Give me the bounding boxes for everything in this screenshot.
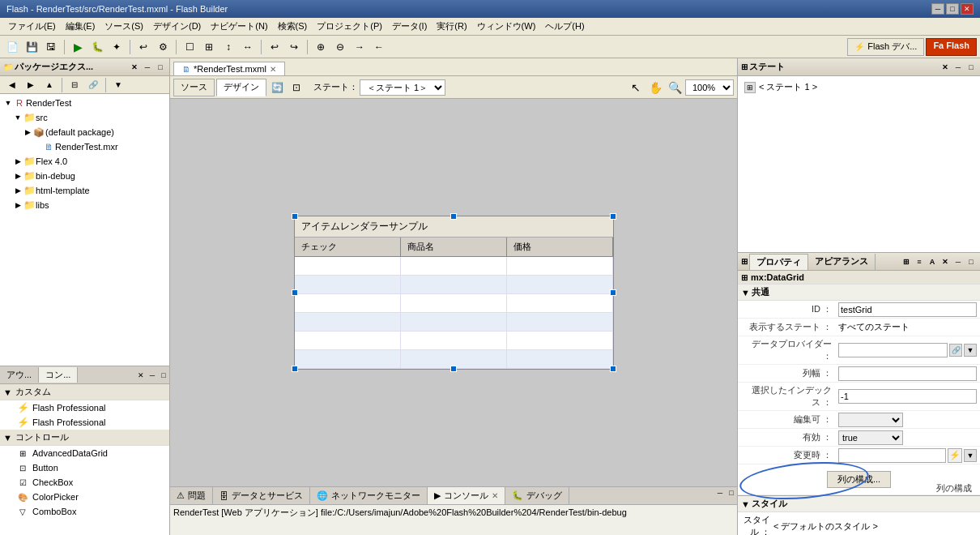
tree-item-src[interactable]: ▼ 📁 src bbox=[0, 110, 169, 125]
pkg-up[interactable]: ▲ bbox=[40, 76, 58, 94]
state-select[interactable]: ＜ステート 1＞ bbox=[360, 79, 445, 96]
toolbar-settings[interactable]: ⚙ bbox=[154, 38, 172, 56]
tree-item-libs[interactable]: ▶ 📁 libs bbox=[0, 198, 169, 212]
comp-item-button[interactable]: ⊡ Button bbox=[0, 460, 169, 475]
comp-max-btn[interactable]: □ bbox=[158, 370, 169, 381]
menu-help[interactable]: ヘルプ(H) bbox=[540, 19, 589, 34]
handle-ml[interactable] bbox=[292, 289, 298, 296]
zoom-select[interactable]: 100% bbox=[685, 79, 734, 96]
expand-default-pkg[interactable]: ▶ bbox=[23, 127, 32, 137]
toolbar-redo[interactable]: ↪ bbox=[285, 38, 303, 56]
menu-file[interactable]: ファイル(E) bbox=[3, 19, 61, 34]
menu-run[interactable]: 実行(R) bbox=[432, 19, 471, 34]
toolbar-undo[interactable]: ↩ bbox=[266, 38, 283, 56]
zoom-tool[interactable]: 🔍 bbox=[666, 79, 684, 96]
bottom-max-btn[interactable]: □ bbox=[726, 487, 737, 499]
bottom-min-btn[interactable]: ─ bbox=[714, 487, 726, 499]
col-config-btn[interactable]: 列の構成... bbox=[827, 471, 891, 488]
toolbar-run[interactable]: ▶ bbox=[69, 38, 87, 56]
tab-appearance[interactable]: アピアランス bbox=[808, 254, 876, 270]
tree-item-flex[interactable]: ▶ 📁 Flex 4.0 bbox=[0, 154, 169, 169]
tab-debug[interactable]: 🐛 デバッグ bbox=[505, 487, 569, 504]
comp-cat-controls-header[interactable]: ▼ コントロール bbox=[0, 430, 169, 446]
props-close-btn[interactable]: ✕ bbox=[940, 256, 951, 268]
prop-colwidth-input[interactable] bbox=[838, 366, 977, 381]
pkg-close-btn[interactable]: ✕ bbox=[129, 62, 140, 73]
toolbar-more[interactable]: ✦ bbox=[108, 38, 126, 56]
props-btn3[interactable]: A bbox=[927, 256, 938, 268]
tab-components[interactable]: コン... bbox=[39, 367, 78, 383]
toolbar-save[interactable]: 💾 bbox=[23, 38, 40, 56]
handle-tl[interactable] bbox=[292, 213, 298, 220]
prop-dataprovider-link[interactable]: 🔗 bbox=[949, 344, 962, 357]
pkg-max-btn[interactable]: □ bbox=[155, 62, 166, 73]
toolbar-b2[interactable]: ⊞ bbox=[200, 38, 218, 56]
comp-min-btn[interactable]: ─ bbox=[147, 370, 158, 381]
toolbar-c3[interactable]: → bbox=[351, 38, 369, 56]
comp-item-flash2[interactable]: ⚡ Flash Professional bbox=[0, 415, 169, 430]
prop-dataprovider-dropdown[interactable]: ▼ bbox=[964, 344, 977, 357]
toolbar-debug[interactable]: 🐛 bbox=[88, 38, 106, 56]
menu-edit[interactable]: 編集(E) bbox=[61, 19, 100, 34]
hand-tool[interactable]: ✋ bbox=[646, 79, 664, 96]
props-btn1[interactable]: ⊞ bbox=[901, 256, 912, 268]
props-max-btn[interactable]: □ bbox=[965, 256, 977, 268]
handle-tc[interactable] bbox=[450, 213, 457, 220]
cursor-tool[interactable]: ↖ bbox=[627, 79, 645, 96]
states-min-btn[interactable]: ─ bbox=[952, 62, 964, 73]
props-min-btn[interactable]: ─ bbox=[952, 256, 964, 268]
expand-src[interactable]: ▼ bbox=[13, 113, 23, 122]
design-view[interactable]: ⊡ bbox=[288, 79, 305, 96]
comp-item-colorpicker[interactable]: 🎨 ColorPicker bbox=[0, 490, 169, 504]
toolbar-b1[interactable]: ☐ bbox=[181, 38, 198, 56]
menu-window[interactable]: ウィンドウ(W) bbox=[472, 19, 541, 34]
handle-br[interactable] bbox=[610, 366, 616, 372]
menu-data[interactable]: データ(I) bbox=[387, 19, 432, 34]
menu-project[interactable]: プロジェクト(P) bbox=[312, 19, 387, 34]
pkg-forward[interactable]: ▶ bbox=[22, 76, 40, 94]
tab-properties[interactable]: プロパティ bbox=[749, 254, 808, 270]
tree-item-rendertest[interactable]: ▼ R RenderTest bbox=[0, 96, 169, 110]
props-btn2[interactable]: ≡ bbox=[914, 256, 925, 268]
pkg-link[interactable]: 🔗 bbox=[84, 76, 102, 94]
menu-search[interactable]: 検索(S) bbox=[273, 19, 313, 34]
toolbar-b4[interactable]: ↔ bbox=[239, 38, 257, 56]
toolbar-c4[interactable]: ← bbox=[370, 38, 388, 56]
state-item-1[interactable]: ⊞ < ステート 1 > bbox=[741, 79, 977, 95]
tree-item-default-pkg[interactable]: ▶ 📦 (default package) bbox=[0, 125, 169, 139]
states-close-btn[interactable]: ✕ bbox=[940, 62, 951, 73]
tab-problems[interactable]: ⚠ 問題 bbox=[170, 487, 213, 504]
comp-item-flash1[interactable]: ⚡ Flash Professional bbox=[0, 400, 169, 415]
toolbar-arrow[interactable]: ↩ bbox=[134, 38, 152, 56]
tab-console[interactable]: ▶ コンソール ✕ bbox=[428, 487, 505, 504]
tab-rendertest-mxml[interactable]: 🗎 *RenderTest.mxml ✕ bbox=[173, 62, 285, 75]
expand-htmltemplate[interactable]: ▶ bbox=[13, 186, 23, 195]
toolbar-b3[interactable]: ↕ bbox=[219, 38, 237, 56]
states-max-btn[interactable]: □ bbox=[965, 62, 977, 73]
pkg-collapse[interactable]: ⊟ bbox=[66, 76, 83, 94]
pkg-back[interactable]: ◀ bbox=[3, 76, 21, 94]
menu-navigate[interactable]: ナビゲート(N) bbox=[206, 19, 272, 34]
handle-bl[interactable] bbox=[292, 366, 298, 372]
comp-close-btn[interactable]: ✕ bbox=[135, 370, 147, 381]
minimize-button[interactable]: ─ bbox=[931, 3, 944, 15]
flash-debug-button[interactable]: ⚡ Flash デバ... bbox=[847, 38, 924, 56]
menu-source[interactable]: ソース(S) bbox=[100, 19, 148, 34]
comp-item-checkbox[interactable]: ☑ CheckBox bbox=[0, 475, 169, 490]
prop-selected-index-input[interactable] bbox=[838, 389, 977, 404]
tab-close-btn[interactable]: ✕ bbox=[270, 65, 276, 74]
console-close[interactable]: ✕ bbox=[492, 491, 498, 500]
flash-button[interactable]: Fa Flash bbox=[926, 38, 977, 56]
comp-cat-custom-header[interactable]: ▼ カスタム bbox=[0, 384, 169, 400]
tree-item-mxml[interactable]: 🗎 RenderTest.mxr bbox=[0, 139, 169, 154]
expand-rendertest[interactable]: ▼ bbox=[3, 98, 13, 108]
prop-enabled-select[interactable]: true false bbox=[838, 430, 903, 445]
prop-editable-select[interactable] bbox=[838, 413, 903, 427]
toolbar-c2[interactable]: ⊖ bbox=[331, 38, 349, 56]
prop-id-input[interactable] bbox=[838, 302, 977, 317]
handle-mr[interactable] bbox=[610, 289, 616, 296]
design-btn[interactable]: デザイン bbox=[216, 79, 266, 96]
close-button[interactable]: ✕ bbox=[961, 3, 974, 15]
tree-item-htmltemplate[interactable]: ▶ 📁 html-template bbox=[0, 183, 169, 198]
comp-item-adg[interactable]: ⊞ AdvancedDataGrid bbox=[0, 446, 169, 460]
